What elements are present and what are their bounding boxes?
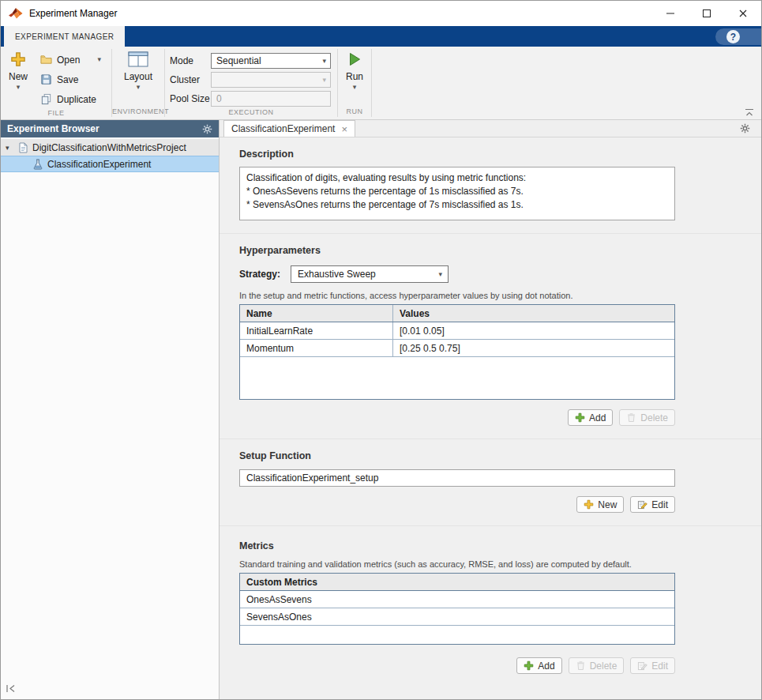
maximize-button[interactable] <box>689 1 725 26</box>
chevron-down-icon: ▾ <box>97 56 101 63</box>
help-icon: ? <box>726 30 740 43</box>
layout-button[interactable]: Layout ▾ <box>121 50 156 107</box>
delete-button-label: Delete <box>590 660 617 672</box>
table-empty-area <box>240 357 674 399</box>
document-tab[interactable]: ClassificationExperiment × <box>223 120 355 137</box>
minimize-button[interactable] <box>652 1 689 26</box>
edit-button-label: Edit <box>651 499 668 510</box>
ribbon-group-environment: Layout ▾ ENVIRONMENT <box>112 47 164 119</box>
pool-size-label: Pool Size <box>170 93 211 104</box>
cell-metric[interactable]: OnesAsSevens <box>240 591 674 608</box>
layout-button-label: Layout <box>124 71 152 82</box>
chevron-down-icon: ▾ <box>353 84 357 91</box>
hyperparameters-hint: In the setup and metric functions, acces… <box>239 291 674 300</box>
collapse-panel-icon[interactable] <box>6 684 16 693</box>
matlab-logo-icon <box>9 7 23 20</box>
experiment-manager-window: Experiment Manager EXPERIMENT MANAGER ? … <box>0 0 762 700</box>
project-icon <box>17 142 28 153</box>
add-button-label: Add <box>538 660 554 672</box>
open-folder-icon <box>40 54 52 66</box>
mode-label: Mode <box>170 55 211 66</box>
expander-icon[interactable]: ▾ <box>6 144 13 152</box>
setup-function-field[interactable]: ClassificationExperiment_setup <box>239 469 675 487</box>
ribbon-group-run: Run ▾ RUN <box>338 47 371 119</box>
delete-button-label: Delete <box>640 412 668 423</box>
hyperparameter-add-button[interactable]: Add <box>568 409 613 426</box>
layout-icon <box>128 51 148 67</box>
column-header-custom-metrics: Custom Metrics <box>240 574 674 590</box>
help-button[interactable]: ? <box>715 28 761 45</box>
metric-delete-button[interactable]: Delete <box>569 657 625 674</box>
duplicate-icon <box>40 93 52 105</box>
window-title: Experiment Manager <box>29 8 117 19</box>
setup-edit-button[interactable]: Edit <box>630 496 675 513</box>
column-header-values: Values <box>393 305 674 322</box>
cluster-dropdown[interactable]: ▾ <box>211 72 331 88</box>
mode-dropdown[interactable]: Sequential ▾ <box>211 53 331 69</box>
cell-name[interactable]: InitialLearnRate <box>240 322 393 339</box>
table-row[interactable]: SevensAsOnes <box>240 608 674 626</box>
collapse-toolstrip-button[interactable] <box>744 107 755 117</box>
setup-new-button[interactable]: New <box>576 496 624 513</box>
edit-pencil-icon <box>637 660 648 671</box>
new-plus-icon <box>584 499 594 510</box>
group-label-run: RUN <box>338 107 371 119</box>
metric-add-button[interactable]: Add <box>516 657 561 674</box>
metrics-heading: Metrics <box>239 540 674 551</box>
close-tab-icon[interactable]: × <box>341 124 347 134</box>
edit-pencil-icon <box>637 499 648 510</box>
new-button[interactable]: New ▾ <box>6 50 31 109</box>
save-button[interactable]: Save <box>37 70 104 89</box>
panel-gear-icon[interactable] <box>202 124 212 134</box>
table-row[interactable]: Momentum [0.25 0.5 0.75] <box>240 340 674 357</box>
duplicate-button-label: Duplicate <box>57 94 96 105</box>
open-button[interactable]: Open ▾ <box>37 50 104 70</box>
metrics-table[interactable]: Custom Metrics OnesAsSevens SevensAsOnes <box>239 573 675 645</box>
column-header-name: Name <box>240 305 393 322</box>
tree-item-experiment[interactable]: ClassificationExperiment <box>1 156 219 172</box>
run-button[interactable]: Run ▾ <box>343 50 366 107</box>
description-textarea[interactable]: Classification of digits, evaluating res… <box>239 167 675 220</box>
table-header-row: Custom Metrics <box>240 574 674 591</box>
run-button-label: Run <box>346 71 363 82</box>
table-row[interactable]: OnesAsSevens <box>240 591 674 608</box>
cell-name[interactable]: Momentum <box>240 340 393 356</box>
new-button-label: New <box>598 499 617 510</box>
document-panel: ClassificationExperiment × Description C… <box>220 120 761 699</box>
cell-values[interactable]: [0.01 0.05] <box>393 322 674 339</box>
chevron-down-icon: ▾ <box>438 271 442 278</box>
delete-trash-icon <box>576 660 586 671</box>
metrics-hint: Standard training and validation metrics… <box>239 559 674 569</box>
panel-bottom-bar <box>1 677 219 699</box>
tree-item-project[interactable]: ▾ DigitClassificationWithMetricsProject <box>1 139 219 156</box>
strategy-dropdown[interactable]: Exhaustive Sweep ▾ <box>291 265 449 283</box>
titlebar: Experiment Manager <box>1 1 761 26</box>
tab-experiment-manager[interactable]: EXPERIMENT MANAGER <box>4 26 125 47</box>
setup-function-heading: Setup Function <box>239 450 674 461</box>
tree-item-label: ClassificationExperiment <box>47 159 151 170</box>
hyperparameter-delete-button[interactable]: Delete <box>619 409 675 426</box>
document-content: Description Classification of digits, ev… <box>220 137 761 699</box>
close-button[interactable] <box>725 1 761 26</box>
cell-values[interactable]: [0.25 0.5 0.75] <box>393 340 674 356</box>
experiment-browser-header: Experiment Browser <box>1 120 219 137</box>
document-gear-icon[interactable] <box>740 123 750 134</box>
add-plus-icon <box>524 660 534 671</box>
add-plus-icon <box>575 412 585 423</box>
pool-size-input[interactable] <box>211 91 331 107</box>
hyperparameters-table[interactable]: Name Values InitialLearnRate [0.01 0.05]… <box>239 304 675 400</box>
ribbon-group-file: New ▾ Open ▾ Save Duplicate <box>1 47 111 119</box>
description-section: Description Classification of digits, ev… <box>220 137 761 234</box>
table-row[interactable]: InitialLearnRate [0.01 0.05] <box>240 322 674 340</box>
description-heading: Description <box>239 149 674 160</box>
strategy-label: Strategy: <box>239 269 291 280</box>
table-header-row: Name Values <box>240 305 674 322</box>
duplicate-button[interactable]: Duplicate <box>37 89 104 109</box>
chevron-down-icon: ▾ <box>322 77 326 84</box>
hyperparameters-heading: Hyperparameters <box>239 245 674 256</box>
cell-metric[interactable]: SevensAsOnes <box>240 608 674 625</box>
metric-edit-button[interactable]: Edit <box>630 657 675 674</box>
cluster-label: Cluster <box>170 74 211 85</box>
experiment-tree: ▾ DigitClassificationWithMetricsProject … <box>1 137 219 677</box>
document-tabbar: ClassificationExperiment × <box>220 120 761 137</box>
